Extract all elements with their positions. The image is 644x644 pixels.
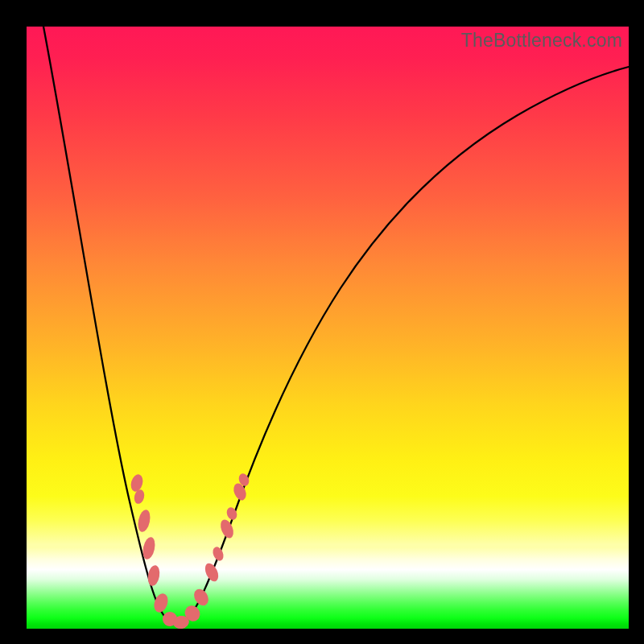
chart-stage: TheBottleneck.com	[0, 0, 644, 644]
curve-marker	[136, 509, 152, 533]
curve-marker	[203, 561, 221, 584]
curve-marker	[129, 473, 145, 493]
bottleneck-curve	[43, 27, 629, 624]
curve-marker	[218, 518, 236, 539]
curve-marker	[147, 564, 161, 587]
curve-marker	[211, 545, 225, 562]
curve-markers	[129, 472, 250, 630]
curve-marker	[192, 586, 212, 608]
curve-layer	[27, 27, 629, 629]
plot-area: TheBottleneck.com	[27, 27, 629, 629]
